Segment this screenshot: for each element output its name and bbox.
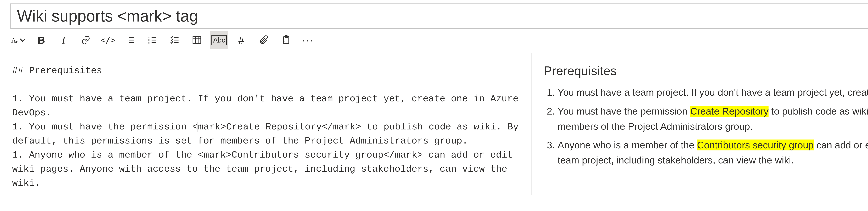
markdown-source-text[interactable]: ## Prerequisites 1. You must have a team… [12, 64, 519, 190]
highlight-button[interactable]: Abc [210, 31, 228, 49]
hash-icon: # [238, 34, 244, 46]
clipboard-icon [281, 35, 291, 45]
markdown-editor[interactable]: ## Prerequisites 1. You must have a team… [0, 53, 532, 195]
bold-icon: B [37, 34, 45, 46]
highlight-mark: Create Repository [690, 106, 769, 117]
bullet-list-button[interactable] [122, 31, 139, 49]
svg-rect-25 [193, 37, 201, 43]
italic-button[interactable]: I [55, 31, 72, 49]
clipboard-button[interactable] [277, 31, 294, 49]
highlight-mark: Contributors security group [697, 140, 814, 150]
preview-list-item: You must have the permission Create Repo… [558, 104, 868, 134]
bullet-list-icon [125, 35, 135, 45]
format-toolbar: A▾ B I </> [10, 31, 317, 49]
table-button[interactable] [188, 31, 206, 49]
page-title-input[interactable] [10, 3, 868, 29]
font-format-button[interactable]: A▾ [10, 31, 28, 49]
numbered-list-icon [147, 35, 158, 45]
numbered-list-button[interactable] [144, 31, 161, 49]
more-button[interactable]: ··· [299, 31, 317, 49]
format-toolbar-row: A▾ B I </> [0, 30, 868, 52]
more-icon: ··· [302, 34, 314, 46]
markdown-preview: Prerequisites You must have a team proje… [532, 53, 868, 195]
code-button[interactable]: </> [99, 31, 117, 49]
heading-button[interactable]: # [232, 31, 250, 49]
bold-button[interactable]: B [33, 31, 50, 49]
svg-text:▾: ▾ [16, 39, 18, 44]
code-icon: </> [100, 35, 116, 45]
paperclip-icon [258, 35, 269, 45]
highlight-icon: Abc [212, 35, 227, 45]
editor-split: ## Prerequisites 1. You must have a team… [0, 53, 868, 195]
task-list-button[interactable] [166, 31, 183, 49]
link-icon [81, 35, 91, 45]
preview-list-item: You must have a team project. If you don… [558, 85, 868, 100]
table-icon [192, 35, 202, 45]
task-list-icon [169, 35, 180, 45]
link-button[interactable] [77, 31, 94, 49]
preview-list: You must have a team project. If you don… [544, 85, 868, 168]
attach-button[interactable] [255, 31, 272, 49]
italic-icon: I [62, 34, 65, 46]
preview-list-item: Anyone who is a member of the Contributo… [558, 138, 868, 168]
preview-heading: Prerequisites [544, 64, 868, 78]
header-row: Close Save [0, 0, 868, 30]
